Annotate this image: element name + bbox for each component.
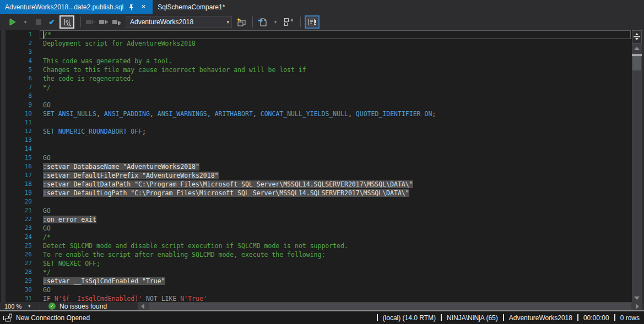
- line-content[interactable]: [40, 197, 631, 206]
- code-line[interactable]: 20: [0, 197, 632, 206]
- line-content[interactable]: [40, 48, 631, 57]
- scroll-left-icon[interactable]: [141, 304, 144, 309]
- line-content[interactable]: the code is regenerated.: [40, 74, 631, 83]
- line-number: 27: [0, 259, 32, 268]
- code-line[interactable]: 19:setvar DefaultLogPath "C:\Program Fil…: [0, 189, 632, 197]
- code-line[interactable]: 30GO: [0, 285, 632, 294]
- scroll-right-icon[interactable]: [636, 304, 639, 309]
- database-selector[interactable]: AdventureWorks2018 ▾: [126, 16, 232, 28]
- line-content[interactable]: SET ANSI_NULLS, ANSI_PADDING, ANSI_WARNI…: [40, 109, 631, 118]
- new-query-button[interactable]: [235, 15, 246, 29]
- line-content[interactable]: :setvar DefaultLogPath "C:\Program Files…: [40, 189, 631, 197]
- line-content[interactable]: GO: [40, 153, 631, 162]
- code-line[interactable]: 21GO: [0, 206, 632, 215]
- line-content[interactable]: Deployment script for AdventureWorks2018: [40, 39, 631, 48]
- line-content[interactable]: SET NUMERIC_ROUNDABORT OFF;: [40, 127, 631, 136]
- line-content[interactable]: This code was generated by a tool.: [40, 57, 631, 65]
- line-content[interactable]: :setvar __IsSqlCmdEnabled "True": [40, 277, 631, 285]
- toolbar-separator: [300, 17, 301, 28]
- vertical-scrollbar[interactable]: [632, 30, 642, 302]
- horizontal-scrollbar[interactable]: [138, 302, 642, 310]
- line-content[interactable]: To re-enable the script after enabling S…: [40, 250, 631, 259]
- code-line[interactable]: 16:setvar DatabaseName "AdventureWorks20…: [0, 162, 632, 171]
- close-icon[interactable]: ✕: [139, 3, 148, 12]
- line-number: 21: [0, 206, 32, 215]
- scroll-up-icon[interactable]: [634, 47, 640, 50]
- code-line[interactable]: 23GO: [0, 224, 632, 233]
- line-content[interactable]: :setvar DefaultFilePrefix "AdventureWork…: [40, 171, 631, 180]
- code-line[interactable]: 14: [0, 145, 632, 153]
- horizontal-scroll-thumb[interactable]: [149, 303, 631, 310]
- line-content[interactable]: SET NOEXEC OFF;: [40, 259, 631, 268]
- code-line[interactable]: 2Deployment script for AdventureWorks201…: [0, 39, 632, 48]
- code-line[interactable]: 11: [0, 118, 632, 127]
- code-line[interactable]: 4This code was generated by a tool.: [0, 57, 632, 65]
- code-editor[interactable]: 1/*2Deployment script for AdventureWorks…: [0, 30, 632, 302]
- code-line[interactable]: 26To re-enable the script after enabling…: [0, 250, 632, 259]
- line-content[interactable]: [40, 145, 631, 153]
- code-line[interactable]: 13: [0, 136, 632, 145]
- line-content[interactable]: :setvar DatabaseName "AdventureWorks2018…: [40, 162, 631, 171]
- code-line[interactable]: 25Detect SQLCMD mode and disable script …: [0, 241, 632, 250]
- tab-publish-script[interactable]: AdventureWorks2018...date2.publish.sql ✕: [0, 0, 153, 14]
- code-line[interactable]: 28*/: [0, 268, 632, 277]
- vertical-scroll-thumb[interactable]: [632, 56, 641, 70]
- code-line[interactable]: 22:on error exit: [0, 215, 632, 224]
- code-token: NOT LIKE: [142, 295, 180, 302]
- line-content[interactable]: */: [40, 83, 631, 92]
- code-line[interactable]: 15GO: [0, 153, 632, 162]
- code-line[interactable]: 5Changes to this file may cause incorrec…: [0, 65, 632, 74]
- generate-script-button[interactable]: [257, 15, 268, 29]
- line-content[interactable]: /*: [40, 233, 631, 241]
- splitter-grip-icon[interactable]: [632, 30, 642, 43]
- document-health-indicator[interactable]: ✓ No issues found: [48, 302, 107, 310]
- line-content[interactable]: Detect SQLCMD mode and disable script ex…: [40, 241, 631, 250]
- line-content[interactable]: GO: [40, 224, 631, 233]
- line-content[interactable]: :setvar DefaultDataPath "C:\Program File…: [40, 180, 631, 189]
- code-line[interactable]: 9GO: [0, 101, 632, 109]
- generate-script-dropdown-icon[interactable]: ▾: [270, 15, 281, 29]
- code-line[interactable]: 24/*: [0, 233, 632, 241]
- code-line[interactable]: 7*/: [0, 83, 632, 92]
- scroll-down-icon[interactable]: [634, 296, 640, 300]
- code-line[interactable]: 31IF N'$(__IsSqlCmdEnabled)' NOT LIKE N'…: [0, 294, 632, 302]
- line-content[interactable]: GO: [40, 101, 631, 109]
- code-line[interactable]: 10SET ANSI_NULLS, ANSI_PADDING, ANSI_WAR…: [0, 109, 632, 118]
- line-content[interactable]: GO: [40, 285, 631, 294]
- line-content[interactable]: Changes to this file may cause incorrect…: [40, 65, 631, 74]
- execute-button[interactable]: [7, 15, 18, 29]
- line-content[interactable]: [40, 92, 631, 101]
- line-number: 13: [0, 136, 32, 145]
- line-number: 25: [0, 241, 32, 250]
- zoom-control[interactable]: 100 % ▾: [0, 302, 39, 310]
- pin-icon[interactable]: [127, 3, 136, 12]
- connect-button[interactable]: [111, 15, 122, 29]
- schema-objects-button[interactable]: [283, 15, 294, 29]
- sqlcmd-mode-toggle[interactable]: [59, 15, 74, 29]
- code-line[interactable]: 8: [0, 92, 632, 101]
- chevron-down-icon: ▾: [28, 304, 30, 309]
- line-content[interactable]: [40, 136, 631, 145]
- line-content[interactable]: [40, 118, 631, 127]
- line-content[interactable]: IF N'$(__IsSqlCmdEnabled)' NOT LIKE N'Tr…: [40, 294, 631, 302]
- line-content[interactable]: GO: [40, 206, 631, 215]
- line-content[interactable]: /*: [40, 30, 631, 39]
- code-line[interactable]: 6the code is regenerated.: [0, 74, 632, 83]
- execute-dropdown-icon[interactable]: ▾: [20, 15, 31, 29]
- code-line[interactable]: 12SET NUMERIC_ROUNDABORT OFF;: [0, 127, 632, 136]
- parse-button[interactable]: ✔: [46, 15, 57, 29]
- line-content[interactable]: :on error exit: [40, 215, 631, 224]
- tab-schema-compare[interactable]: SqlSchemaCompare1*: [153, 0, 230, 14]
- stop-icon: [36, 19, 41, 25]
- change-connection-button[interactable]: [98, 15, 109, 29]
- code-line[interactable]: 1/*: [0, 30, 632, 39]
- line-content[interactable]: */: [40, 268, 631, 277]
- code-line[interactable]: 3: [0, 48, 632, 57]
- editor-bottom-bar: 100 % ▾ ✓ No issues found: [0, 302, 644, 310]
- code-line[interactable]: 27SET NOEXEC OFF;: [0, 259, 632, 268]
- code-line[interactable]: 18:setvar DefaultDataPath "C:\Program Fi…: [0, 180, 632, 189]
- code-line[interactable]: 17:setvar DefaultFilePrefix "AdventureWo…: [0, 171, 632, 180]
- results-pane-toggle[interactable]: [305, 15, 320, 29]
- line-number: 9: [0, 101, 32, 109]
- code-line[interactable]: 29:setvar __IsSqlCmdEnabled "True": [0, 277, 632, 285]
